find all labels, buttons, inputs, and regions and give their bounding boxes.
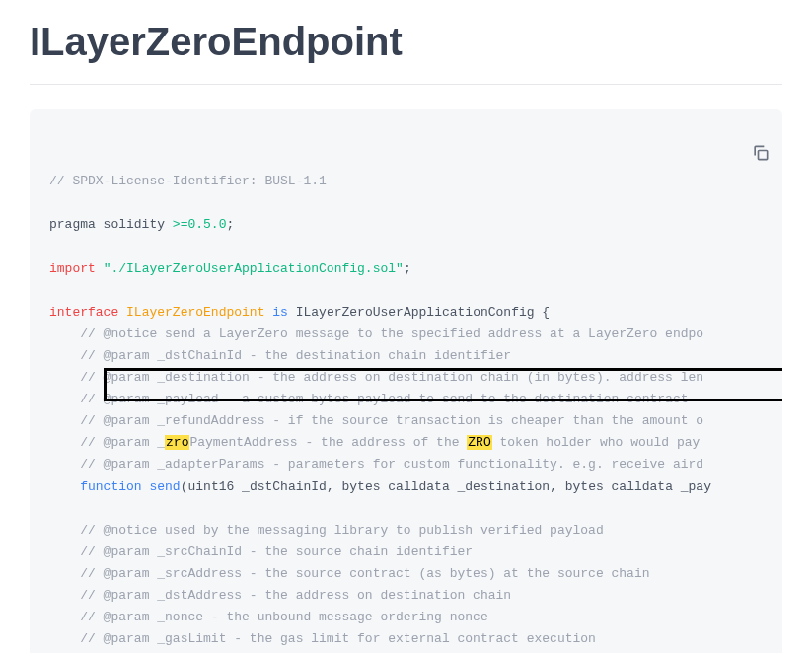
code-token: interface <box>49 305 118 320</box>
code-token: pragma solidity <box>49 217 173 232</box>
code-token: (uint16 _dstChainId, bytes calldata _des… <box>181 479 711 494</box>
code-token: { <box>535 305 551 320</box>
code-comment: // @param _srcAddress - the source contr… <box>80 566 649 581</box>
code-comment: // @notice used by the messaging library… <box>80 523 604 538</box>
code-token: ; <box>404 261 411 276</box>
code-token: function <box>80 479 141 494</box>
code-token: ILayerZeroUserApplicationConfig <box>296 305 535 320</box>
code-comment: // @param _adapterParams - parameters fo… <box>80 457 703 472</box>
code-comment: // @param _destination - the address on … <box>80 370 703 385</box>
svg-rect-0 <box>759 151 768 160</box>
code-token: is <box>272 305 288 320</box>
code-comment: // @param _gasLimit - the gas limit for … <box>80 631 596 646</box>
code-comment: // @param _refundAddress - if the source… <box>80 413 703 428</box>
code-comment: // @param _payload - a custom bytes payl… <box>80 392 688 406</box>
code-token: ; <box>226 217 234 232</box>
code-comment: // @notice send a LayerZero message to t… <box>80 326 703 341</box>
code-token: ILayerZeroEndpoint <box>126 305 264 320</box>
code-comment: // @param _dstAddress - the address on d… <box>80 588 511 603</box>
code-token: "./ILayerZeroUserApplicationConfig.sol" <box>104 261 404 276</box>
code-token: >=0.5.0 <box>173 217 227 232</box>
code-comment: // @param _dstChainId - the destination … <box>80 348 511 363</box>
page-title: ILayerZeroEndpoint <box>30 20 782 64</box>
highlight-zro-upper: ZRO <box>467 435 491 450</box>
highlight-zro: zro <box>165 435 189 450</box>
code-comment: // SPDX-License-Identifier: BUSL-1.1 <box>49 174 327 188</box>
divider <box>30 84 782 85</box>
code-comment: // @param _nonce - the unbound message o… <box>80 610 487 624</box>
code-comment: // @param _srcChainId - the source chain… <box>80 544 473 559</box>
code-token: import <box>49 261 96 276</box>
code-comment: // @param _zroPaymentAddress - the addre… <box>80 435 707 450</box>
code-block: // SPDX-License-Identifier: BUSL-1.1 pra… <box>30 109 782 653</box>
code-token: send <box>149 479 180 494</box>
copy-icon[interactable] <box>751 121 771 141</box>
